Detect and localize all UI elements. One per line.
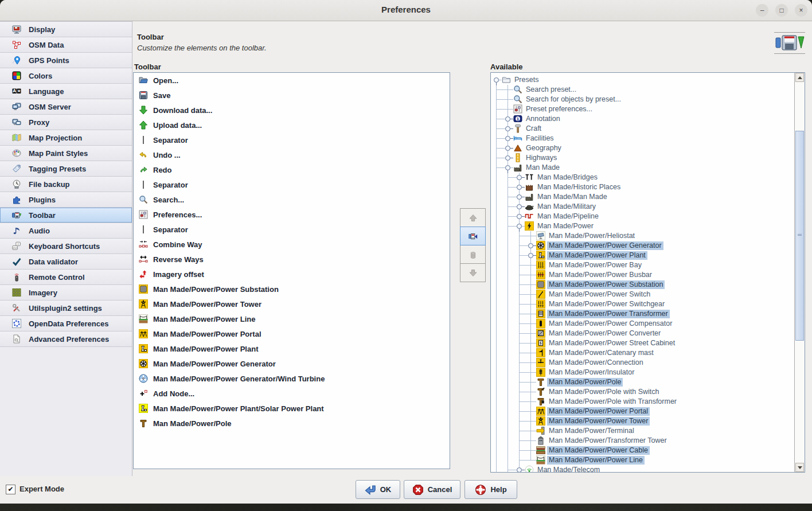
toolbar-item-row[interactable]: Reverse Ways [134, 252, 450, 267]
tree-expanded-handle[interactable] [517, 224, 522, 229]
toolbar-item-row[interactable]: Man Made/Power/Power Portal [134, 326, 450, 341]
tree-collapsed-handle[interactable] [505, 155, 510, 161]
sidebar-item-colors[interactable]: Colors [0, 68, 132, 84]
tree-node-row[interactable]: Man Made/Power/Power Compensator [491, 319, 795, 329]
sidebar-item-osm-server[interactable]: OSM Server [0, 99, 132, 115]
close-button[interactable]: × [795, 4, 807, 17]
toolbar-item-row[interactable]: Download data... [134, 103, 450, 118]
tree-expanded-handle[interactable] [494, 77, 499, 83]
sidebar-item-language[interactable]: A★Language [0, 84, 132, 99]
scrollbar-thumb[interactable] [795, 131, 804, 341]
tree-node-row[interactable]: Man Made/Power/Power Busbar [491, 270, 795, 280]
toolbar-item-row[interactable]: Separator [134, 177, 450, 192]
toolbar-item-row[interactable]: Man Made/Power/Power Tower [134, 297, 450, 311]
toolbar-item-row[interactable]: Man Made/Power/Power Plant [134, 341, 450, 356]
tree-node-row[interactable]: Man Made/Power/Power Transformer [491, 309, 795, 319]
help-button[interactable]: Help [464, 480, 517, 499]
toolbar-item-row[interactable]: Upload data... [134, 118, 450, 132]
tree-node-row[interactable]: Man Made/Pipeline [491, 212, 795, 221]
tree-node-row[interactable]: Geography [491, 143, 795, 153]
tree-node-row[interactable]: Man Made [491, 163, 795, 173]
toolbar-item-row[interactable]: Man Made/Power/Pole [134, 416, 450, 431]
sidebar-item-imagery[interactable]: Imagery [0, 285, 132, 301]
available-presets-tree[interactable]: PresetsSearch preset...Search for object… [490, 72, 805, 473]
sidebar-item-gps-points[interactable]: GPS Points [0, 53, 132, 68]
tree-collapsed-handle[interactable] [517, 214, 522, 219]
move-element-up-button[interactable] [460, 208, 486, 227]
tree-node-row[interactable]: Man Made/Power/Insulator [491, 368, 795, 377]
tree-collapsed-handle[interactable] [505, 146, 510, 151]
toolbar-item-row[interactable]: Open... [134, 73, 450, 88]
tree-node-row[interactable]: Man Made/Power/Power Tower [491, 416, 795, 426]
sidebar-item-advanced-preferences[interactable]: Advanced Preferences [0, 331, 132, 347]
sidebar-item-file-backup[interactable]: File backup [0, 177, 132, 192]
minimize-button[interactable]: – [756, 4, 768, 17]
tree-node-row[interactable]: Man Made/Power/Pole with Transformer [491, 397, 795, 407]
tree-node-row[interactable]: Facilities [491, 134, 795, 143]
tree-node-row[interactable]: Search preset... [491, 85, 795, 95]
tree-node-row[interactable]: Man Made/Power/Power Substation [491, 280, 795, 290]
tree-scrollbar[interactable] [794, 73, 805, 472]
maximize-button[interactable]: □ [775, 4, 788, 17]
tree-collapsed-handle[interactable] [505, 116, 510, 122]
sidebar-item-toolbar[interactable]: Toolbar [0, 208, 132, 223]
sidebar-item-keyboard-shortcuts[interactable]: <CtrlKeyboard Shortcuts [0, 239, 132, 254]
toolbar-item-row[interactable]: Man Made/Power/Power Generator [134, 356, 450, 371]
tree-node-row[interactable]: Man Made/Telecom [491, 465, 795, 472]
toolbar-item-row[interactable]: Man Made/Power/Power Substation [134, 282, 450, 297]
tree-node-row[interactable]: Man Made/Military [491, 202, 795, 212]
tree-collapsed-handle[interactable] [517, 467, 522, 472]
tree-node-row[interactable]: Man Made/Power/Power Switch [491, 290, 795, 299]
sidebar-item-data-validator[interactable]: Data validator [0, 254, 132, 270]
toolbar-item-row[interactable]: Add Node... [134, 386, 450, 401]
sidebar-item-map-projection[interactable]: Map Projection [0, 130, 132, 146]
tree-node-row[interactable]: Man Made/Power/Power Generator [491, 241, 795, 251]
tree-node-row[interactable]: Man Made/Power/Heliostat [491, 231, 795, 241]
sidebar-item-proxy[interactable]: Proxy [0, 115, 132, 130]
move-element-into-toolbar-button[interactable] [460, 227, 486, 245]
toolbar-item-row[interactable]: Search... [134, 192, 450, 207]
tree-node-row[interactable]: Man Made/Power/Power Converter [491, 329, 795, 338]
tree-collapsed-handle[interactable] [505, 136, 510, 141]
tree-node-row[interactable]: Man Made/Power/Terminal [491, 426, 795, 436]
toolbar-item-row[interactable]: Undo ... [134, 147, 450, 162]
tree-node-row[interactable]: Man Made/Historic Places [491, 182, 795, 192]
tree-node-row[interactable]: Preset preferences... [491, 104, 795, 114]
move-element-down-button[interactable] [460, 263, 486, 282]
remove-element-button[interactable] [460, 245, 486, 264]
sidebar-item-tagging-presets[interactable]: Tagging Presets [0, 161, 132, 177]
tree-node-row[interactable]: Man Made/Power [491, 221, 795, 231]
tree-node-row[interactable]: Highways [491, 153, 795, 163]
tree-collapsed-handle[interactable] [517, 204, 522, 209]
scroll-down-button[interactable] [795, 463, 804, 472]
toolbar-item-row[interactable]: Separator [134, 222, 450, 237]
sidebar-item-utilsplugin2-settings[interactable]: Utilsplugin2 settings [0, 301, 132, 316]
sidebar-item-display[interactable]: Display [0, 21, 132, 37]
tree-node-row[interactable]: Man Made/Power/Power Switchgear [491, 299, 795, 309]
tree-collapsed-handle[interactable] [528, 253, 533, 258]
toolbar-items-list[interactable]: Open...SaveDownload data...Upload data..… [133, 72, 450, 469]
tree-node-row[interactable]: Man Made/Man Made [491, 192, 795, 202]
toolbar-item-row[interactable]: Save [134, 88, 450, 103]
sidebar-item-remote-control[interactable]: Remote Control [0, 270, 132, 285]
ok-button[interactable]: OK [356, 480, 400, 499]
scroll-up-button[interactable] [795, 73, 804, 82]
cancel-button[interactable]: Cancel [404, 480, 460, 499]
tree-collapsed-handle[interactable] [517, 175, 522, 180]
tree-node-row[interactable]: Man Made/Power/Power Plant [491, 251, 795, 260]
sidebar-item-opendata-preferences[interactable]: OpenData Preferences [0, 316, 132, 331]
tree-node-row[interactable]: Man Made/Power/Power Street Cabinet [491, 338, 795, 348]
sidebar-item-map-paint-styles[interactable]: Map Paint Styles [0, 146, 132, 161]
sidebar-item-osm-data[interactable]: OSM Data [0, 37, 132, 53]
tree-node-row[interactable]: Man Made/Power/Power Bay [491, 260, 795, 270]
tree-node-row[interactable]: Man Made/Bridges [491, 173, 795, 182]
toolbar-item-row[interactable]: Separator [134, 132, 450, 147]
toolbar-item-row[interactable]: Combine Way [134, 237, 450, 252]
tree-node-row[interactable]: Man Made/Power/Pole with Switch [491, 387, 795, 397]
tree-node-row[interactable]: Presets [491, 75, 795, 85]
tree-collapsed-handle[interactable] [505, 126, 510, 131]
sidebar-item-audio[interactable]: Audio [0, 223, 132, 239]
tree-node-row[interactable]: Search for objects by preset... [491, 95, 795, 104]
tree-node-row[interactable]: Man Made/Power/Pole [491, 377, 795, 387]
tree-node-row[interactable]: Man Made/Power/Power Portal [491, 407, 795, 416]
